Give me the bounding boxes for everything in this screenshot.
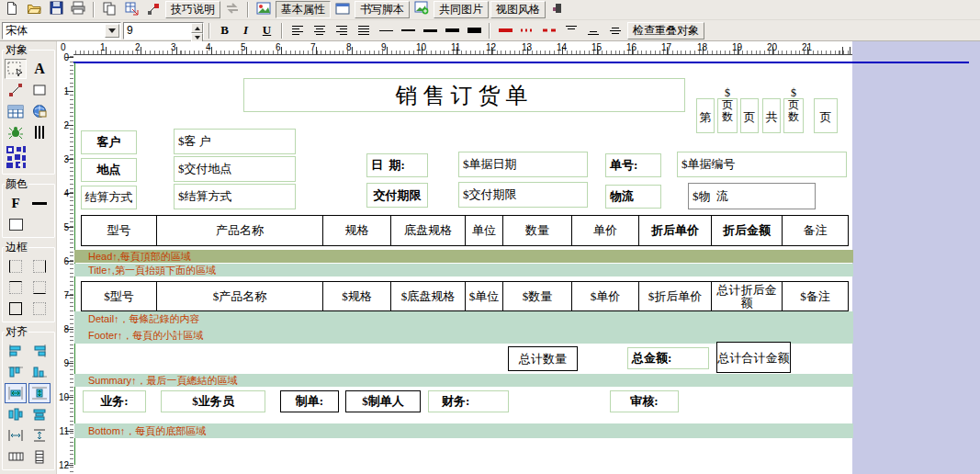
pageno-pages1-box[interactable]: $ 页 数 <box>717 98 738 133</box>
band-summary[interactable]: Summary↑，最后一頁總結的區域 <box>74 374 853 387</box>
size-up-icon[interactable] <box>191 23 203 33</box>
header-cell[interactable]: 单位 <box>465 215 503 246</box>
pageno-pages2-box[interactable]: $ 页 数 <box>783 98 804 133</box>
picture-mode-button[interactable] <box>253 1 274 18</box>
space-equal-vertical-button[interactable] <box>28 425 51 446</box>
line-tool[interactable] <box>5 80 27 100</box>
valign-top-button[interactable] <box>561 22 581 40</box>
border-bottom-button[interactable] <box>28 277 51 298</box>
picture-tool[interactable] <box>28 101 51 121</box>
detail-cell[interactable]: $单位 <box>465 281 503 311</box>
pageno-gong-box[interactable]: 共 <box>762 98 781 133</box>
pageno-ye1-box[interactable]: 页 <box>740 98 759 133</box>
line-width-4-button[interactable] <box>442 22 462 40</box>
same-height-button[interactable] <box>28 404 51 424</box>
header-cell[interactable]: 型号 <box>81 215 157 246</box>
header-cell[interactable]: 规格 <box>322 215 391 246</box>
border-left-button[interactable] <box>5 256 27 276</box>
band-title[interactable]: Title↑,第一頁抬頭下面的區域 <box>74 264 853 276</box>
valign-bottom-button[interactable] <box>583 22 603 40</box>
summary-grand-total-box[interactable]: 总计合计金额 <box>716 342 791 373</box>
view-style-button[interactable]: 视图风格 <box>490 1 546 18</box>
insert-field-button[interactable] <box>121 1 141 18</box>
print-preview-button[interactable] <box>68 1 88 18</box>
barcode-tool[interactable] <box>28 122 51 142</box>
write-script-button[interactable]: 书写脚本 <box>355 1 410 18</box>
ole-object-tool[interactable] <box>5 122 27 142</box>
header-cell[interactable]: 备注 <box>782 215 849 246</box>
line-color-swatch[interactable] <box>28 193 51 213</box>
header-cell[interactable]: 数量 <box>502 215 572 246</box>
sign-sales-value[interactable]: $业务员 <box>161 390 265 412</box>
summary-total-amount-box[interactable]: 总金额: <box>627 347 709 369</box>
line-style-solid-button[interactable] <box>495 22 515 40</box>
font-select[interactable]: 宋体 <box>2 22 121 40</box>
open-button[interactable] <box>24 1 44 18</box>
field-customer-label[interactable]: 客户 <box>81 130 137 154</box>
field-place-value[interactable]: $交付地点 <box>174 156 296 182</box>
bold-button[interactable]: B <box>215 22 234 40</box>
misc-tool-button[interactable] <box>547 1 568 18</box>
font-dropdown-icon[interactable] <box>105 24 119 38</box>
pageno-ye2-box[interactable]: 页 <box>814 98 838 133</box>
border-none-button[interactable] <box>28 299 51 319</box>
design-canvas[interactable]: 销售订货单 第 $ 页 数 页 共 $ 页 数 页 客户 $客 户 地点 $交付… <box>57 41 980 474</box>
detail-cell[interactable]: $单价 <box>571 281 639 311</box>
line-width-5-button[interactable] <box>464 22 484 40</box>
table-tool[interactable] <box>5 101 27 121</box>
header-cell[interactable]: 产品名称 <box>156 215 323 246</box>
sign-maker-label[interactable]: 制单: <box>280 390 339 412</box>
field-settle-value[interactable]: $结算方式 <box>174 184 296 209</box>
summary-total-qty-box[interactable]: 总计数量 <box>508 346 578 371</box>
fill-color-swatch[interactable] <box>5 214 27 234</box>
band-head[interactable]: Head↑,每頁頂部的區域 <box>74 250 853 263</box>
header-cell[interactable]: 底盘规格 <box>390 215 466 246</box>
band-detail[interactable]: Detail↑，每條記錄的内容 <box>74 311 853 327</box>
pageno-di-box[interactable]: 第 <box>696 98 715 133</box>
field-deliver-value[interactable]: $交付期限 <box>458 182 588 208</box>
field-date-value[interactable]: $单据日期 <box>458 152 588 177</box>
field-logistics-value[interactable]: $物 流 <box>688 183 816 209</box>
sync-button[interactable] <box>222 1 242 18</box>
header-cell[interactable]: 折后单价 <box>638 215 712 246</box>
rect-tool[interactable] <box>28 80 51 100</box>
border-all-button[interactable] <box>5 299 27 319</box>
center-horizontal-button[interactable] <box>5 383 27 403</box>
align-top-edges-button[interactable] <box>5 362 27 382</box>
save-button[interactable] <box>46 1 66 18</box>
select-tool[interactable] <box>5 59 27 79</box>
align-center-button[interactable] <box>310 22 330 40</box>
band-bottom[interactable]: Bottom↑，每頁的底部區域 <box>74 423 853 438</box>
add-picture-button[interactable] <box>411 1 432 18</box>
field-deliver-label[interactable]: 交付期限 <box>366 183 428 208</box>
line-style-dashed-button[interactable] <box>539 22 559 40</box>
sign-finance-label[interactable]: 财务: <box>428 390 509 412</box>
sign-sales-label[interactable]: 业务: <box>83 390 146 412</box>
detail-cell[interactable]: $产品名称 <box>156 281 323 311</box>
align-left-button[interactable] <box>287 22 308 40</box>
line-width-1-button[interactable] <box>376 22 396 40</box>
space-equal-horizontal-button[interactable] <box>5 425 27 446</box>
detail-cell[interactable]: $底盘规格 <box>390 281 466 311</box>
text-tool[interactable]: A <box>28 59 51 79</box>
field-customer-value[interactable]: $客 户 <box>174 129 296 154</box>
detail-cell[interactable]: 总计折后金额 <box>711 281 783 311</box>
report-title-box[interactable]: 销售订货单 <box>243 78 685 112</box>
underline-button[interactable]: U <box>257 22 276 40</box>
line-width-2-button[interactable] <box>398 22 418 40</box>
basic-props-button[interactable]: 基本属性 <box>276 1 331 18</box>
detail-cell[interactable]: $规格 <box>322 281 391 311</box>
detail-cell[interactable]: $数量 <box>502 281 572 311</box>
sign-maker-value[interactable]: $制单人 <box>345 390 421 412</box>
field-orderno-label[interactable]: 单号: <box>605 153 661 177</box>
rows-layout-button[interactable] <box>28 446 51 467</box>
header-cell[interactable]: 折后金额 <box>711 215 783 246</box>
detail-cell[interactable]: $型号 <box>81 281 157 311</box>
align-right-edges-button[interactable] <box>28 341 51 361</box>
border-right-button[interactable] <box>28 256 51 276</box>
line-width-3-button[interactable] <box>420 22 440 40</box>
align-left-edges-button[interactable] <box>5 341 27 361</box>
font-size-spinner[interactable]: 9 <box>123 22 204 40</box>
header-cell[interactable]: 单价 <box>571 215 639 246</box>
columns-layout-button[interactable] <box>5 446 27 467</box>
